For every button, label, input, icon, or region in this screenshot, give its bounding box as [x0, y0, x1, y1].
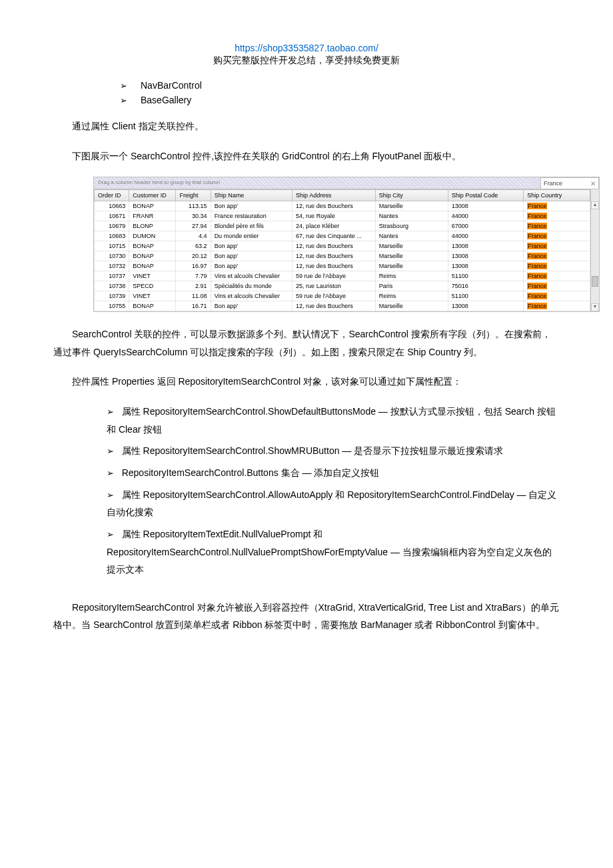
table-cell[interactable]: Bon app' — [211, 301, 292, 311]
table-cell[interactable]: 13008 — [448, 251, 523, 261]
table-cell[interactable]: Vins et alcools Chevalier — [211, 291, 292, 301]
table-cell[interactable]: SPECD — [129, 281, 176, 291]
table-cell[interactable]: Marseille — [375, 301, 448, 311]
table-cell[interactable]: Marseille — [375, 261, 448, 271]
table-row[interactable]: 10739VINET11.08Vins et alcools Chevalier… — [95, 291, 590, 301]
table-cell[interactable]: Bon app' — [211, 201, 292, 211]
table-cell[interactable]: 13008 — [448, 241, 523, 251]
grid-table[interactable]: Order ID Customer ID Freight Ship Name S… — [94, 189, 590, 311]
table-cell[interactable]: 63.2 — [176, 241, 211, 251]
table-cell[interactable]: France restauration — [211, 211, 292, 221]
table-cell[interactable]: 12, rue des Bouchers — [293, 251, 376, 261]
table-cell[interactable]: 16.97 — [176, 261, 211, 271]
table-cell[interactable]: Bon app' — [211, 251, 292, 261]
col-ship-country[interactable]: Ship Country — [524, 190, 590, 201]
table-row[interactable]: 10715BONAP63.2Bon app'12, rue des Bouche… — [95, 241, 590, 251]
table-cell[interactable]: 67, rue des Cinquante ... — [293, 231, 376, 241]
table-cell[interactable]: 67000 — [448, 221, 523, 231]
table-cell[interactable]: 2.91 — [176, 281, 211, 291]
header-url[interactable]: https://shop33535827.taobao.com/ — [53, 43, 560, 53]
table-cell[interactable]: Blondel père et fils — [211, 221, 292, 231]
col-customer-id[interactable]: Customer ID — [129, 190, 176, 201]
table-cell[interactable]: DUMON — [129, 231, 176, 241]
table-row[interactable]: 10738SPECD2.91Spécialités du monde25, ru… — [95, 281, 590, 291]
table-row[interactable]: 10663BONAP113.15Bon app'12, rue des Bouc… — [95, 201, 590, 211]
table-cell[interactable]: 13008 — [448, 261, 523, 271]
table-cell[interactable]: 12, rue des Bouchers — [293, 301, 376, 311]
table-cell[interactable]: France — [524, 221, 590, 231]
table-cell[interactable]: 10739 — [95, 291, 129, 301]
table-cell[interactable]: 51100 — [448, 291, 523, 301]
table-cell[interactable]: 12, rue des Bouchers — [293, 201, 376, 211]
group-panel[interactable]: Drag a column header here to group by th… — [94, 177, 540, 189]
table-cell[interactable]: 10737 — [95, 271, 129, 281]
table-row[interactable]: 10755BONAP16.71Bon app'12, rue des Bouch… — [95, 301, 590, 311]
table-cell[interactable]: 44000 — [448, 231, 523, 241]
vertical-scrollbar[interactable]: ▲ ▼ — [590, 189, 599, 311]
table-cell[interactable]: France — [524, 261, 590, 271]
table-cell[interactable]: 27.94 — [176, 221, 211, 231]
table-cell[interactable]: BONAP — [129, 251, 176, 261]
table-cell[interactable]: 59 rue de l'Abbaye — [293, 271, 376, 281]
table-cell[interactable]: Reims — [375, 271, 448, 281]
table-cell[interactable]: Marseille — [375, 201, 448, 211]
clear-icon[interactable]: ✕ — [590, 180, 596, 187]
table-cell[interactable]: 59 rue de l'Abbaye — [293, 291, 376, 301]
table-cell[interactable]: Bon app' — [211, 241, 292, 251]
table-cell[interactable]: 10755 — [95, 301, 129, 311]
table-cell[interactable]: France — [524, 251, 590, 261]
table-row[interactable]: 10732BONAP16.97Bon app'12, rue des Bouch… — [95, 261, 590, 271]
table-cell[interactable]: 10663 — [95, 201, 129, 211]
table-cell[interactable]: 16.71 — [176, 301, 211, 311]
table-cell[interactable]: 75016 — [448, 281, 523, 291]
table-cell[interactable]: 7.79 — [176, 271, 211, 281]
col-ship-postal[interactable]: Ship Postal Code — [448, 190, 523, 201]
table-row[interactable]: 10730BONAP20.12Bon app'12, rue des Bouch… — [95, 251, 590, 261]
col-ship-name[interactable]: Ship Name — [211, 190, 292, 201]
table-cell[interactable]: 44000 — [448, 211, 523, 221]
table-cell[interactable]: VINET — [129, 271, 176, 281]
table-cell[interactable]: 30.34 — [176, 211, 211, 221]
scroll-up-icon[interactable]: ▲ — [591, 201, 599, 209]
table-cell[interactable]: France — [524, 241, 590, 251]
scroll-down-icon[interactable]: ▼ — [591, 303, 599, 311]
table-cell[interactable]: 10679 — [95, 221, 129, 231]
table-cell[interactable]: 10715 — [95, 241, 129, 251]
table-cell[interactable]: BONAP — [129, 261, 176, 271]
grid-control[interactable]: Drag a column header here to group by th… — [93, 177, 600, 312]
table-cell[interactable]: 13008 — [448, 201, 523, 211]
table-cell[interactable]: Nantes — [375, 211, 448, 221]
table-cell[interactable]: Marseille — [375, 241, 448, 251]
table-cell[interactable]: BONAP — [129, 201, 176, 211]
table-cell[interactable]: 10730 — [95, 251, 129, 261]
table-cell[interactable]: France — [524, 281, 590, 291]
table-cell[interactable]: Reims — [375, 291, 448, 301]
col-ship-address[interactable]: Ship Address — [293, 190, 376, 201]
table-cell[interactable]: Strasbourg — [375, 221, 448, 231]
table-cell[interactable]: Du monde entier — [211, 231, 292, 241]
scroll-thumb[interactable] — [592, 276, 598, 287]
col-freight[interactable]: Freight — [176, 190, 211, 201]
table-cell[interactable]: Nantes — [375, 231, 448, 241]
table-cell[interactable]: France — [524, 211, 590, 221]
table-cell[interactable]: Marseille — [375, 251, 448, 261]
table-cell[interactable]: FRANR — [129, 211, 176, 221]
table-cell[interactable]: Vins et alcools Chevalier — [211, 271, 292, 281]
table-cell[interactable]: France — [524, 231, 590, 241]
table-cell[interactable]: 24, place Kléber — [293, 221, 376, 231]
table-cell[interactable]: 13008 — [448, 301, 523, 311]
table-cell[interactable]: 11.08 — [176, 291, 211, 301]
table-cell[interactable]: France — [524, 271, 590, 281]
table-cell[interactable]: France — [524, 201, 590, 211]
table-cell[interactable]: VINET — [129, 291, 176, 301]
table-cell[interactable]: 10683 — [95, 231, 129, 241]
col-ship-city[interactable]: Ship City — [375, 190, 448, 201]
table-cell[interactable]: 10738 — [95, 281, 129, 291]
table-cell[interactable]: Bon app' — [211, 261, 292, 271]
table-cell[interactable]: 25, rue Lauriston — [293, 281, 376, 291]
table-cell[interactable]: France — [524, 301, 590, 311]
table-cell[interactable]: BONAP — [129, 301, 176, 311]
table-row[interactable]: 10671FRANR30.34France restauration54, ru… — [95, 211, 590, 221]
table-cell[interactable]: 12, rue des Bouchers — [293, 241, 376, 251]
search-value[interactable]: France — [544, 180, 562, 187]
